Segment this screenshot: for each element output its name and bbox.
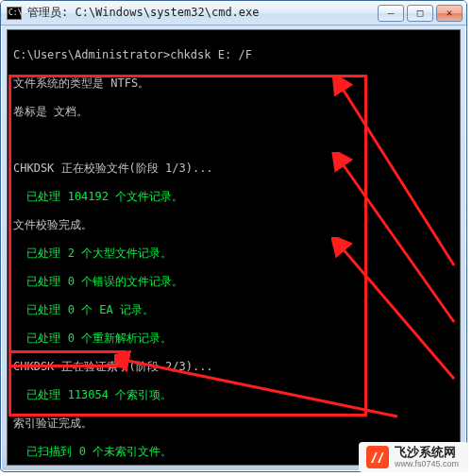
brand-text: 飞沙系统网 www.fs0745.com [395, 446, 459, 468]
prompt-line: C:\Users\Administrator>chkdsk E: /F [13, 48, 454, 62]
phase1-done: 文件校验完成。 [13, 218, 454, 232]
minimize-button[interactable]: — [378, 5, 404, 22]
brand-logo-icon [366, 446, 389, 468]
phase1-reparse: 已处理 0 个重新解析记录。 [13, 332, 454, 346]
brand-url: www.fs0745.com [395, 459, 459, 468]
cmd-icon: C:\ [7, 7, 22, 20]
fs-type-line: 文件系统的类型是 NTFS。 [13, 76, 454, 91]
phase2-line: CHKDSK 正在验证索引(阶段 2/3)... [13, 360, 454, 374]
titlebar[interactable]: C:\ 管理员: C:\Windows\system32\cmd.exe — □… [1, 1, 466, 26]
phase1-large: 已处理 2 个大型文件记录。 [13, 246, 454, 261]
phase2-index: 已处理 113054 个索引项。 [13, 388, 454, 402]
phase1-ea: 已处理 0 个 EA 记录。 [13, 303, 454, 317]
window-title: 管理员: C:\Windows\system32\cmd.exe [27, 5, 378, 21]
window-controls: — □ ✕ [378, 5, 463, 22]
brand-name: 飞沙系统网 [395, 445, 456, 459]
phase1-line: CHKDSK 正在校验文件(阶段 1/3)... [13, 162, 454, 176]
maximize-button[interactable]: □ [407, 5, 433, 22]
phase2-done: 索引验证完成。 [13, 416, 454, 431]
vol-label-line: 卷标是 文档。 [13, 105, 454, 119]
terminal-output[interactable]: C:\Users\Administrator>chkdsk E: /F 文件系统… [7, 29, 461, 466]
window-frame: C:\ 管理员: C:\Windows\system32\cmd.exe — □… [0, 0, 467, 472]
phase1-bad: 已处理 0 个错误的文件记录。 [13, 275, 454, 289]
close-button[interactable]: ✕ [436, 5, 463, 22]
blank [13, 133, 454, 147]
phase1-files: 已处理 104192 个文件记录。 [13, 190, 454, 204]
watermark: 飞沙系统网 www.fs0745.com [359, 442, 468, 472]
